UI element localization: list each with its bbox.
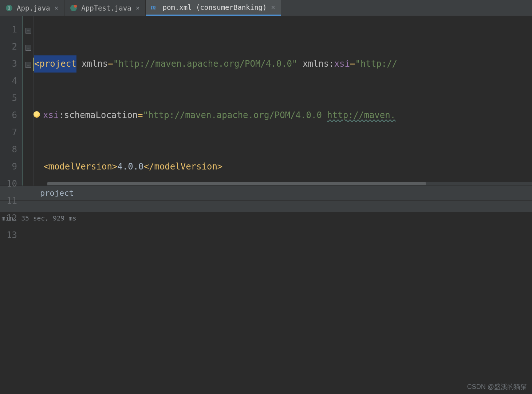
line-number: 5 bbox=[3, 90, 17, 107]
svg-text:m: m bbox=[151, 4, 156, 11]
close-icon[interactable]: × bbox=[54, 4, 59, 12]
xml-attr-value: "http://maven.apache.org/POM/4.0.0" bbox=[113, 55, 297, 73]
xml-attr-value: "http://maven.apache.org/POM/4.0.0 bbox=[143, 107, 327, 124]
xml-namespace: xsi bbox=[43, 107, 59, 124]
fold-toggle[interactable]: − bbox=[25, 28, 31, 34]
tab-label: pom.xml (consumerBanking) bbox=[162, 3, 267, 11]
xml-text: 4.0.0 bbox=[117, 158, 143, 175]
xml-tag: </modelVersion> bbox=[144, 158, 223, 175]
line-number: 7 bbox=[3, 124, 17, 141]
xml-attr: xmlns: bbox=[303, 55, 334, 73]
close-icon[interactable]: × bbox=[135, 4, 141, 12]
xml-namespace: xsi bbox=[334, 55, 350, 73]
xml-attr: xmlns bbox=[82, 55, 108, 73]
xml-attr: schemaLocation bbox=[64, 107, 138, 124]
tool-window-area bbox=[0, 225, 532, 394]
line-number: 6 bbox=[3, 107, 17, 124]
svg-point-0 bbox=[6, 5, 12, 11]
svg-point-2 bbox=[74, 5, 77, 8]
horizontal-scrollbar[interactable] bbox=[47, 182, 532, 186]
status-bar: min, 35 sec, 929 ms bbox=[0, 212, 532, 225]
fold-toggle[interactable]: − bbox=[25, 45, 31, 51]
editor-tab-bar: App.java × AppTest.java × m pom.xml (con… bbox=[0, 0, 532, 16]
watermark-text: CSDN @盛溪的猫猫 bbox=[467, 382, 527, 391]
java-test-icon bbox=[70, 4, 78, 12]
breadcrumb-item[interactable]: project bbox=[40, 188, 74, 198]
intention-bulb-icon[interactable] bbox=[34, 111, 40, 118]
tab-label: AppTest.java bbox=[81, 4, 131, 12]
fold-gutter: − − − bbox=[23, 16, 34, 186]
xml-attr-value: "http:// bbox=[355, 55, 397, 73]
tool-window-strip bbox=[0, 201, 532, 212]
xml-tag: <modelVersion> bbox=[44, 158, 117, 175]
fold-toggle[interactable]: − bbox=[25, 62, 31, 68]
line-number: 1 bbox=[3, 21, 17, 38]
line-number: 13 bbox=[3, 227, 17, 244]
line-number: 9 bbox=[3, 158, 17, 175]
line-number: 3 bbox=[3, 55, 17, 73]
tab-apptest-java[interactable]: AppTest.java × bbox=[64, 0, 146, 16]
close-icon[interactable]: × bbox=[270, 3, 276, 11]
xml-link[interactable]: http://maven. bbox=[327, 107, 395, 124]
line-number: 4 bbox=[3, 73, 17, 90]
java-class-icon bbox=[5, 4, 13, 12]
tab-label: App.java bbox=[17, 4, 50, 12]
xml-tag: <project bbox=[34, 59, 76, 69]
line-number-gutter: 1 2 3 4 5 6 7 8 9 10 11 12 13 bbox=[0, 16, 23, 186]
code-editor[interactable]: 1 2 3 4 5 6 7 8 9 10 11 12 13 − − − <pro… bbox=[0, 16, 532, 186]
line-number: 12 bbox=[3, 210, 17, 227]
breadcrumb-bar: project bbox=[0, 186, 532, 201]
code-area[interactable]: <project xmlns="http://maven.apache.org/… bbox=[34, 16, 532, 186]
scrollbar-thumb[interactable] bbox=[47, 182, 426, 185]
line-number: 2 bbox=[3, 38, 17, 55]
line-number: 10 bbox=[3, 175, 17, 192]
maven-icon: m bbox=[151, 3, 159, 11]
line-number: 8 bbox=[3, 141, 17, 158]
line-number: 11 bbox=[3, 192, 17, 210]
tab-pom-xml[interactable]: m pom.xml (consumerBanking) × bbox=[146, 0, 281, 16]
tab-app-java[interactable]: App.java × bbox=[0, 0, 64, 16]
